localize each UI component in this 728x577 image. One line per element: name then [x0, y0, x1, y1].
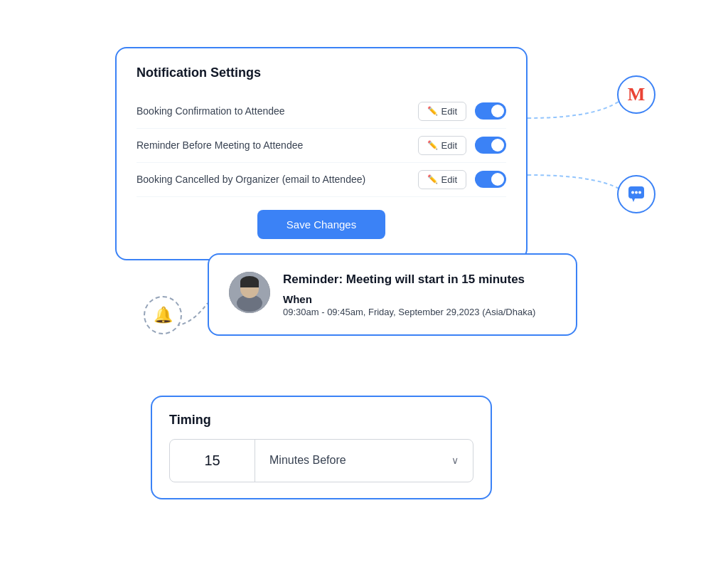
- svg-rect-9: [240, 282, 259, 287]
- row-2-actions: ✏️ Edit: [418, 136, 506, 155]
- notification-settings-title: Notification Settings: [136, 65, 506, 80]
- avatar-image: [229, 272, 270, 313]
- edit-button-3[interactable]: ✏️ Edit: [418, 170, 466, 189]
- toggle-track-3: [475, 171, 506, 188]
- edit-label-3: Edit: [441, 174, 457, 185]
- toggle-3[interactable]: [475, 171, 506, 188]
- save-changes-button[interactable]: Save Changes: [257, 210, 385, 239]
- toggle-thumb-3: [491, 173, 504, 186]
- toggle-thumb-2: [491, 139, 504, 152]
- reminder-time: 09:30am - 09:45am, Friday, September 29,…: [283, 307, 556, 317]
- edit-icon-3: ✏️: [427, 174, 438, 184]
- reminder-title: Reminder: Meeting will start in 15 minut…: [283, 272, 556, 287]
- edit-label-2: Edit: [441, 140, 457, 151]
- notification-label-1: Booking Confirmation to Attendee: [136, 105, 418, 117]
- toggle-1[interactable]: [475, 102, 506, 120]
- reminder-inner: Reminder: Meeting will start in 15 minut…: [229, 272, 556, 317]
- toggle-track-2: [475, 137, 506, 154]
- scene: Notification Settings Booking Confirmati…: [44, 18, 684, 559]
- reminder-when-label: When: [283, 293, 556, 305]
- chat-icon-circle: [617, 175, 655, 213]
- toggle-2[interactable]: [475, 137, 506, 154]
- svg-point-4: [638, 191, 641, 194]
- timing-row: 15 Minutes Before ∨: [169, 439, 473, 482]
- notification-row-3: Booking Cancelled by Organizer (email to…: [136, 163, 506, 197]
- edit-button-2[interactable]: ✏️ Edit: [418, 136, 466, 155]
- timing-number: 15: [170, 440, 255, 482]
- notification-label-2: Reminder Before Meeting to Attendee: [136, 139, 418, 151]
- reminder-text-block: Reminder: Meeting will start in 15 minut…: [283, 272, 556, 317]
- timing-card: Timing 15 Minutes Before ∨: [151, 396, 492, 499]
- notification-label-3: Booking Cancelled by Organizer (email to…: [136, 174, 418, 185]
- notification-row-1: Booking Confirmation to Attendee ✏️ Edit: [136, 95, 506, 129]
- toggle-thumb-1: [491, 105, 504, 117]
- notification-settings-card: Notification Settings Booking Confirmati…: [115, 47, 528, 260]
- avatar: [229, 272, 270, 313]
- timing-select[interactable]: Minutes Before ∨: [255, 440, 473, 482]
- row-3-actions: ✏️ Edit: [418, 170, 506, 189]
- chat-bubble-icon: [626, 184, 646, 204]
- chevron-down-icon: ∨: [451, 455, 459, 466]
- svg-marker-1: [632, 198, 635, 202]
- toggle-track-1: [475, 102, 506, 120]
- edit-icon-1: ✏️: [427, 106, 438, 116]
- gmail-icon-circle: M: [617, 75, 655, 114]
- edit-button-1[interactable]: ✏️ Edit: [418, 102, 466, 121]
- edit-icon-2: ✏️: [427, 140, 438, 150]
- edit-label-1: Edit: [441, 106, 457, 117]
- timing-select-label: Minutes Before: [269, 454, 346, 467]
- save-btn-wrapper: Save Changes: [136, 210, 506, 239]
- row-1-actions: ✏️ Edit: [418, 102, 506, 121]
- bell-icon: 🔔: [154, 306, 173, 324]
- reminder-card: Reminder: Meeting will start in 15 minut…: [208, 253, 577, 336]
- timing-title: Timing: [169, 413, 473, 428]
- bell-icon-circle: 🔔: [144, 296, 182, 334]
- svg-point-3: [635, 191, 638, 194]
- notification-row-2: Reminder Before Meeting to Attendee ✏️ E…: [136, 129, 506, 163]
- gmail-icon: M: [628, 84, 646, 105]
- svg-point-2: [631, 191, 634, 194]
